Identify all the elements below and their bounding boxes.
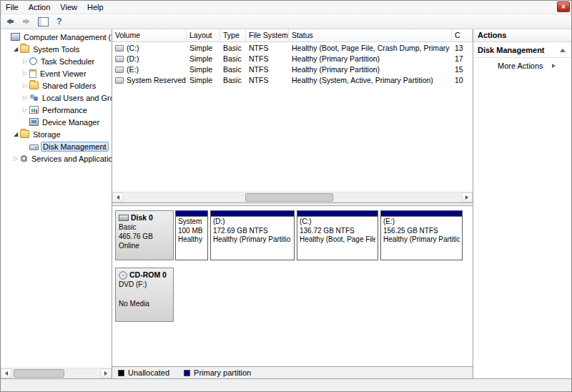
graphical-view-pane: Disk 0 Basic 465.76 GB Online System100 …: [112, 206, 473, 378]
partition-text-line: 100 MB: [178, 227, 205, 236]
volume-row-e[interactable]: (E:)SimpleBasicNTFSHealthy (Primary Part…: [112, 64, 473, 74]
tree-item-system-tools[interactable]: System Tools: [1, 43, 112, 55]
disk0-status: Online: [119, 241, 170, 250]
actions-section-disk-management[interactable]: Disk Management: [473, 42, 571, 58]
tree-item-shared-folders[interactable]: Shared Folders: [1, 79, 112, 92]
column-header-type[interactable]: Type: [220, 29, 246, 42]
menu-items: FileActionViewHelp: [1, 1, 109, 13]
legend-item-unallocated: Unallocated: [118, 368, 169, 377]
column-header-status[interactable]: Status: [289, 29, 452, 42]
close-icon[interactable]: [557, 1, 570, 12]
volume-icon: [115, 77, 124, 84]
cell-volume: (C:): [112, 44, 187, 52]
toolbar-console-tree-icon[interactable]: [36, 15, 50, 28]
partition-text-line: 172.69 GB NTFS: [213, 227, 292, 236]
tree-collapsed-arrow-icon[interactable]: [21, 104, 29, 116]
actions-pane: Actions Disk Management More Actions: [473, 29, 571, 378]
volume-row-c[interactable]: (C:)SimpleBasicNTFSHealthy (Boot, Page F…: [112, 42, 473, 53]
column-header-file-system[interactable]: File System: [246, 29, 289, 42]
disk0-size: 465.76 GB: [119, 232, 170, 241]
menu-file[interactable]: File: [1, 1, 24, 13]
cell-status: Healthy (Boot, Page File, Crash Dump, Pr…: [289, 44, 452, 52]
toolbar: [1, 14, 571, 29]
cell-type: Basic: [220, 65, 246, 74]
tree-item-storage[interactable]: Storage: [1, 128, 112, 140]
partition-e[interactable]: (E:)156.25 GB NTFSHealthy (Primary Parti…: [380, 210, 463, 260]
column-header-c[interactable]: C: [452, 29, 473, 42]
volume-row-d[interactable]: (D:)SimpleBasicNTFSHealthy (Primary Part…: [112, 53, 473, 64]
computer-icon: [11, 33, 20, 41]
tree-scroll-thumb[interactable]: [14, 369, 64, 378]
column-header-volume[interactable]: Volume: [112, 29, 187, 42]
tree-item-label: Device Manager: [41, 117, 101, 127]
partition-text-line: (E:): [383, 217, 460, 227]
volume-horizontal-scrollbar[interactable]: [112, 192, 473, 202]
tree-expanded-arrow-icon[interactable]: [11, 128, 20, 140]
column-header-layout[interactable]: Layout: [187, 29, 220, 42]
volume-scroll-left-button[interactable]: [112, 192, 124, 202]
tree-collapsed-arrow-icon[interactable]: [21, 79, 29, 92]
cell-file-system: NTFS: [246, 76, 289, 84]
cell-layout: Simple: [187, 44, 220, 52]
tree-item-label: Performance: [41, 105, 89, 115]
cell-type: Basic: [220, 76, 246, 84]
partition-system[interactable]: System100 MBHealthy: [175, 210, 208, 260]
menu-bar: FileActionViewHelp: [1, 1, 571, 14]
tree-item-event-viewer[interactable]: Event Viewer: [1, 67, 112, 79]
tree-item-device-manager[interactable]: Device Manager: [1, 116, 112, 128]
volume-scroll-thumb[interactable]: [245, 193, 333, 202]
cell-type: Basic: [220, 44, 246, 52]
volume-scroll-track[interactable]: [124, 192, 461, 202]
cell-volume: System Reserved: [112, 76, 187, 84]
task-scheduler-icon: [29, 57, 37, 65]
tree-collapsed-arrow-icon[interactable]: [11, 152, 20, 165]
volume-icon: [115, 56, 124, 62]
tree-item-computer-management-local[interactable]: Computer Management (Local: [1, 31, 112, 43]
partition-info: (D:)172.69 GB NTFSHealthy (Primary Parti…: [211, 217, 294, 260]
partition-text-line: Healthy (Boot, Page File: [300, 235, 375, 245]
tree-scroll-right-button[interactable]: [100, 368, 112, 378]
partition-d[interactable]: (D:)172.69 GB NTFSHealthy (Primary Parti…: [210, 210, 295, 260]
cell-file-system: NTFS: [246, 44, 289, 52]
tree-item-disk-management[interactable]: Disk Management: [1, 140, 112, 152]
collapse-arrow-icon[interactable]: [560, 49, 566, 52]
tree-item-task-scheduler[interactable]: Task Scheduler: [1, 55, 112, 67]
tree-item-label: Shared Folders: [41, 81, 97, 91]
cd-icon: [119, 271, 127, 280]
cdrom-header[interactable]: CD-ROM 0 DVD (F:) No Media: [115, 268, 174, 322]
tree-item-services-and-applications[interactable]: Services and Applications: [1, 152, 112, 165]
toolbar-forward-icon[interactable]: [19, 15, 34, 28]
tree-item-performance[interactable]: Performance: [1, 104, 112, 116]
volume-scroll-right-button[interactable]: [461, 192, 473, 202]
tree-collapsed-arrow-icon[interactable]: [21, 67, 29, 79]
more-actions-item[interactable]: More Actions: [473, 58, 571, 73]
disk0-partitions: System100 MBHealthy(D:)172.69 GB NTFSHea…: [175, 210, 463, 260]
partition-c[interactable]: (C:)136.72 GB NTFSHealthy (Boot, Page Fi…: [297, 210, 378, 260]
cell-c: 17: [452, 54, 473, 63]
tree-collapsed-arrow-icon[interactable]: [21, 55, 29, 67]
tree-expanded-arrow-icon[interactable]: [11, 43, 20, 55]
tree-scroll-left-button[interactable]: [1, 368, 12, 378]
toolbar-back-icon[interactable]: [3, 15, 17, 28]
tree-collapsed-arrow-icon[interactable]: [21, 92, 29, 104]
cdrom-media-status: No Media: [119, 299, 170, 308]
shared-folders-icon: [29, 82, 39, 89]
menu-view[interactable]: View: [55, 1, 82, 13]
tree-item-local-users-and-groups[interactable]: Local Users and Groups: [1, 92, 112, 104]
system-tools-icon: [20, 45, 29, 53]
menu-action[interactable]: Action: [24, 1, 56, 13]
legend: UnallocatedPrimary partition: [112, 366, 473, 378]
volume-row-system-reserved[interactable]: System ReservedSimpleBasicNTFSHealthy (S…: [112, 74, 473, 85]
disk0-header[interactable]: Disk 0 Basic 465.76 GB Online: [115, 210, 174, 260]
disk0-name: Disk 0: [131, 213, 153, 222]
partition-text-line: Healthy: [178, 235, 205, 245]
partition-text-line: 136.72 GB NTFS: [300, 227, 375, 236]
tree-scroll-track[interactable]: [12, 368, 100, 378]
tree-horizontal-scrollbar[interactable]: [1, 368, 112, 378]
menu-help[interactable]: Help: [82, 1, 109, 13]
storage-icon: [20, 130, 29, 138]
window-bottom-strip: [1, 378, 571, 391]
cell-file-system: NTFS: [246, 54, 289, 63]
toolbar-help-icon[interactable]: [52, 15, 66, 28]
disk-icon: [29, 144, 39, 150]
